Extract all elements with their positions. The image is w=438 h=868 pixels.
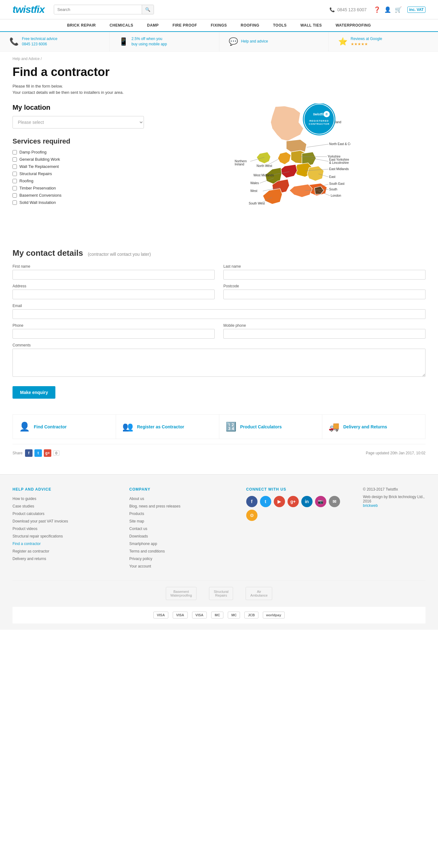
partner-basement: BasementWaterproofing [166, 587, 197, 600]
footer-top: HELP AND ADVICE How to guides Case studi… [12, 487, 426, 571]
payment-worldpay: worldpay [263, 612, 285, 618]
footer-products[interactable]: Products [129, 511, 233, 517]
promo-phone: 0845 123 6006 [22, 41, 57, 47]
phone-input[interactable] [12, 329, 215, 339]
address-input[interactable] [12, 289, 215, 299]
social-googleplus[interactable]: g+ [288, 496, 299, 507]
logo[interactable]: twistfix [12, 4, 45, 15]
last-name-input[interactable] [223, 270, 426, 280]
region-scotland[interactable] [271, 106, 303, 141]
comments-row: Comments [12, 343, 426, 377]
checkbox-building[interactable] [12, 157, 17, 162]
footer-contact[interactable]: Contact us [129, 526, 233, 532]
nav-tools[interactable]: TOOLS [266, 20, 294, 31]
breadcrumb-link[interactable]: Help and Advice / [12, 57, 41, 61]
checkbox-solid-wall[interactable] [12, 200, 17, 205]
link-find-contractor[interactable]: 👤 Find Contractor [13, 414, 116, 439]
payment-mc1: MC [211, 612, 223, 618]
account-icon[interactable]: 👤 [384, 6, 391, 13]
checkbox-roofing[interactable] [12, 179, 17, 183]
social-email[interactable]: ✉ [329, 496, 340, 507]
first-name-label: First name [12, 264, 215, 269]
main-nav: BRICK REPAIR CHEMICALS DAMP FIRE PROOF F… [0, 20, 438, 32]
left-column: My location Please select Scotland North… [12, 103, 144, 236]
promo-mobile: 📱 2.5% off when youbuy using mobile app [110, 32, 219, 51]
footer-delivery[interactable]: Delivery and returns [12, 556, 117, 562]
promo-help-link[interactable]: Help and advice [241, 39, 268, 43]
rc-badge-r-text: ® [325, 113, 328, 116]
link-product-calculators[interactable]: 🔢 Product Calculators [219, 414, 323, 439]
footer-sitemap[interactable]: Site map [129, 519, 233, 524]
social-youtube[interactable]: ▶ [274, 496, 285, 507]
checkbox-structural[interactable] [12, 172, 17, 176]
email-input[interactable] [12, 309, 426, 319]
footer-structural-specs[interactable]: Structural repair specifications [12, 533, 117, 539]
search-bar[interactable]: 🔍 [54, 5, 154, 14]
postcode-input[interactable] [223, 289, 426, 299]
footer-downloads[interactable]: Downloads [129, 533, 233, 539]
twitter-share[interactable]: t [34, 449, 42, 457]
search-button[interactable]: 🔍 [142, 5, 154, 14]
region-north-east[interactable] [286, 140, 306, 152]
last-name-label: Last name [223, 264, 426, 269]
footer-about[interactable]: About us [129, 496, 233, 501]
nav-chemicals[interactable]: CHEMICALS [103, 20, 140, 31]
address-label: Address [12, 284, 215, 288]
nav-brick-repair[interactable]: BRICK REPAIR [60, 20, 103, 31]
region-northern-ireland[interactable] [257, 152, 271, 163]
footer-brickweb[interactable]: brickweb [363, 503, 378, 508]
social-instagram[interactable]: 📷 [315, 496, 326, 507]
promo-reviews-link[interactable]: Reviews at Google [351, 37, 382, 41]
footer-case-studies[interactable]: Case studies [12, 503, 117, 509]
location-select[interactable]: Please select Scotland North East & Cumb… [12, 116, 144, 128]
mobile-input[interactable] [223, 329, 426, 339]
social-linkedin[interactable]: in [301, 496, 313, 507]
search-input[interactable] [54, 5, 142, 14]
vat-toggle[interactable]: inc. VAT [407, 6, 426, 13]
promo-advice-link[interactable]: Free technical advice [22, 37, 57, 41]
share-icons: f t g+ 0 [25, 449, 59, 457]
footer-product-videos[interactable]: Product videos [12, 526, 117, 532]
link-register-contractor[interactable]: 👥 Register as Contractor [116, 414, 219, 439]
nav-fire-proof[interactable]: FIRE PROOF [166, 20, 204, 31]
googleplus-share[interactable]: g+ [44, 449, 51, 457]
nav-fixings[interactable]: FIXINGS [204, 20, 234, 31]
footer-product-calc[interactable]: Product calculators [12, 511, 117, 517]
nav-waterproofing[interactable]: WATERPROOFING [329, 20, 378, 31]
checkbox-wall-tie[interactable] [12, 164, 17, 169]
nav-roofing[interactable]: ROOFING [234, 20, 266, 31]
map-label-ni2: Ireland [235, 163, 244, 166]
social-rss[interactable]: ⊙ [246, 510, 258, 521]
nav-wall-ties[interactable]: WALL TIES [293, 20, 328, 31]
payment-bar: VISA VISA VISA MC MC JCB worldpay [12, 606, 426, 623]
delivery-icon: 🚚 [328, 422, 340, 432]
social-twitter[interactable]: t [260, 496, 271, 507]
footer-register-contractor[interactable]: Register as contractor [12, 549, 117, 554]
first-name-input[interactable] [12, 270, 215, 280]
region-west-midlands[interactable] [281, 164, 297, 178]
comments-input[interactable] [12, 349, 426, 377]
cart-icon[interactable]: 🛒 [395, 6, 402, 13]
checkbox-timber[interactable] [12, 186, 17, 190]
footer-terms[interactable]: Terms and conditions [129, 549, 233, 554]
help-icon[interactable]: ❓ [374, 6, 380, 13]
link-delivery-returns[interactable]: 🚚 Delivery and Returns [322, 414, 425, 439]
region-south[interactable] [289, 184, 312, 197]
footer-account[interactable]: Your account [129, 563, 233, 569]
facebook-share[interactable]: f [25, 449, 32, 457]
nav-damp[interactable]: DAMP [140, 20, 166, 31]
footer-find-contractor[interactable]: Find a contractor [12, 541, 117, 547]
footer-how-to[interactable]: How to guides [12, 496, 117, 501]
footer-smartphone[interactable]: Smartphone app [129, 541, 233, 547]
submit-button[interactable]: Make enquiry [12, 386, 55, 399]
footer-vat-invoices[interactable]: Download your past VAT invoices [12, 519, 117, 524]
region-south-west[interactable] [263, 189, 282, 204]
region-east[interactable] [307, 166, 324, 181]
mobile-group: Mobile phone [223, 323, 426, 339]
social-facebook[interactable]: f [246, 496, 258, 507]
footer-blog[interactable]: Blog, news and press releases [129, 503, 233, 509]
footer-privacy[interactable]: Privacy policy [129, 556, 233, 562]
checkbox-basement[interactable] [12, 193, 17, 197]
checkbox-damp[interactable] [12, 150, 17, 154]
star-promo-icon: ⭐ [338, 37, 348, 46]
